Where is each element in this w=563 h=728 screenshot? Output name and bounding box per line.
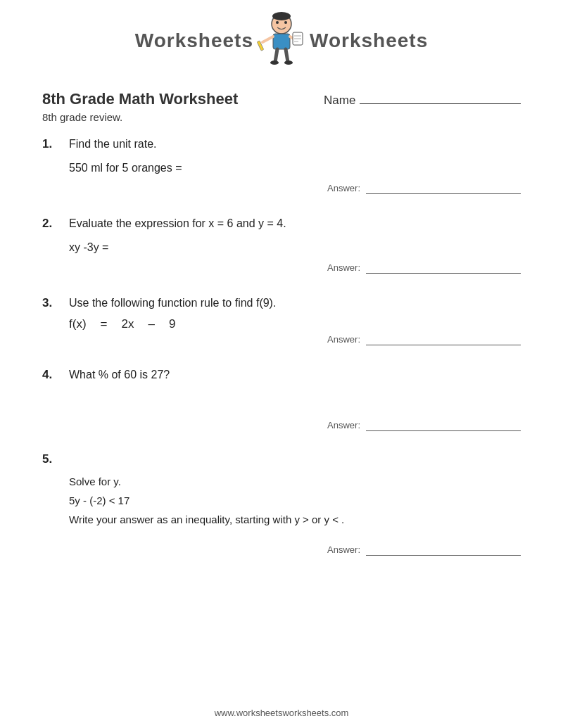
q1-body: 550 ml for 5 oranges = Answer: — [42, 158, 521, 194]
q2-answer-label: Answer: — [327, 262, 360, 273]
footer: www.worksheetsworksheets.com — [0, 708, 563, 718]
q5-header: 5. — [42, 452, 521, 466]
name-input-line[interactable] — [360, 91, 521, 104]
q3-func-part-4: 9 — [169, 317, 175, 331]
question-3: 3. Use the following function rule to fi… — [42, 295, 521, 345]
svg-point-3 — [284, 21, 287, 24]
subtitle: 8th grade review. — [42, 111, 521, 123]
svg-line-12 — [275, 49, 277, 62]
q1-number: 1. — [42, 137, 62, 151]
q2-text: Evaluate the expression for x = 6 and y … — [69, 215, 286, 232]
q5-line-2: Write your answer as an inequality, star… — [69, 510, 521, 529]
q4-answer-line[interactable] — [366, 420, 521, 431]
q1-header: 1. Find the unit rate. — [42, 136, 521, 153]
q3-func-part-3: – — [148, 317, 154, 331]
q3-func-part-2: 2x — [121, 317, 134, 331]
q2-body: xy -3y = Answer: — [42, 238, 521, 274]
svg-point-14 — [270, 60, 279, 65]
q3-number: 3. — [42, 296, 62, 310]
svg-rect-4 — [273, 34, 290, 49]
q4-body: Answer: — [42, 389, 521, 431]
logo-text-right: Worksheets — [310, 30, 428, 52]
q4-text: What % of 60 is 27? — [69, 366, 170, 383]
header: Worksheets — [0, 0, 563, 76]
q4-answer-row: Answer: — [69, 420, 521, 431]
q3-answer-line[interactable] — [366, 334, 521, 345]
q2-header: 2. Evaluate the expression for x = 6 and… — [42, 215, 521, 232]
q1-answer-row: Answer: — [69, 183, 521, 194]
logo-container: Worksheets — [135, 13, 428, 69]
q4-header: 4. What % of 60 is 27? — [42, 366, 521, 383]
q5-answer-row: Answer: — [42, 544, 521, 556]
q5-answer-line[interactable] — [366, 544, 521, 556]
q3-answer-row: Answer: — [69, 334, 521, 345]
logo-icon — [253, 13, 310, 69]
q4-number: 4. — [42, 368, 62, 382]
q3-answer-label: Answer: — [327, 334, 360, 345]
q3-func-expression: f(x) = 2x – 9 — [69, 317, 521, 331]
svg-line-5 — [262, 37, 273, 42]
q5-line-1: 5y - (-2) < 17 — [69, 491, 521, 510]
main-content: 8th Grade Math Worksheet Name 8th grade … — [0, 76, 563, 598]
svg-point-2 — [276, 21, 279, 24]
q2-answer-line[interactable] — [366, 262, 521, 274]
q3-text: Use the following function rule to find … — [69, 295, 276, 312]
q1-expression: 550 ml for 5 oranges = — [69, 158, 521, 179]
question-1: 1. Find the unit rate. 550 ml for 5 oran… — [42, 136, 521, 194]
svg-point-15 — [284, 60, 293, 65]
question-5: 5. Solve for y. 5y - (-2) < 17 Write you… — [42, 452, 521, 556]
question-2: 2. Evaluate the expression for x = 6 and… — [42, 215, 521, 274]
worksheet-title: 8th Grade Math Worksheet — [42, 90, 238, 108]
q2-answer-row: Answer: — [69, 262, 521, 274]
q3-header: 3. Use the following function rule to fi… — [42, 295, 521, 312]
question-4: 4. What % of 60 is 27? Answer: — [42, 366, 521, 431]
title-row: 8th Grade Math Worksheet Name — [42, 90, 521, 108]
q2-number: 2. — [42, 217, 62, 231]
q4-answer-label: Answer: — [327, 420, 360, 430]
q1-text: Find the unit rate. — [69, 136, 157, 153]
logo-text-left: Worksheets — [135, 30, 253, 52]
name-field: Name — [324, 91, 521, 108]
q5-answer-label: Answer: — [327, 544, 360, 555]
q3-func-part-1: = — [101, 317, 108, 331]
q3-func-part-0: f(x) — [69, 317, 87, 331]
name-label: Name — [324, 94, 355, 108]
q1-answer-label: Answer: — [327, 183, 360, 193]
q3-body: f(x) = 2x – 9 Answer: — [42, 317, 521, 345]
svg-line-13 — [286, 49, 288, 62]
q5-line-0: Solve for y. — [69, 472, 521, 491]
q5-body: Solve for y. 5y - (-2) < 17 Write your a… — [42, 472, 521, 529]
website-url: www.worksheetsworksheets.com — [215, 708, 349, 718]
q2-expression: xy -3y = — [69, 238, 521, 258]
svg-point-1 — [272, 12, 291, 20]
q5-number: 5. — [42, 452, 62, 466]
q1-answer-line[interactable] — [366, 183, 521, 194]
